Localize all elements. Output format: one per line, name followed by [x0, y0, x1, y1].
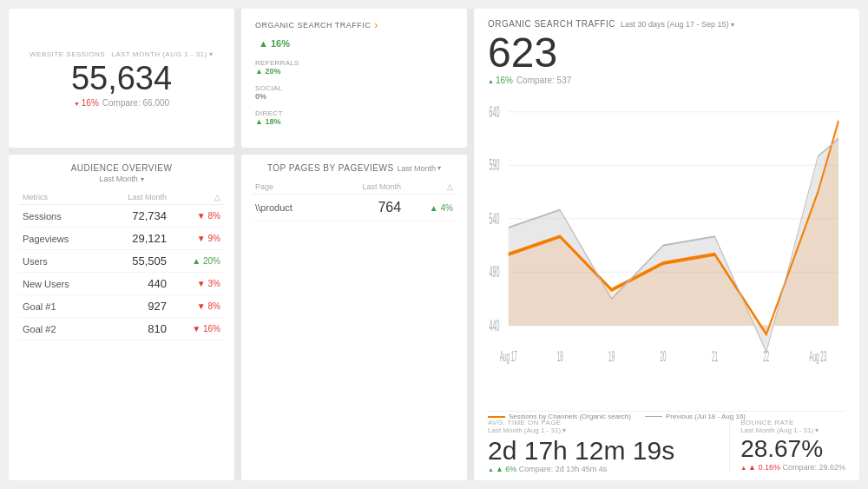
sessions-card-title: WEBSITE SESSIONS Last Month (Aug 1 - 31)… [30, 50, 214, 58]
audience-table-row: Sessions72,734▼ 8% [19, 205, 224, 228]
svg-text:440: 440 [490, 316, 500, 334]
audience-metric-name: Pageviews [19, 228, 101, 250]
sessions-title-text: WEBSITE SESSIONS [30, 50, 105, 58]
chart-date-chevron: ▾ [731, 21, 734, 29]
sessions-compare-text: Compare: 66,000 [102, 98, 169, 108]
audience-table-row: New Users440▼ 3% [19, 273, 224, 295]
svg-text:490: 490 [490, 262, 500, 281]
audience-metric-value: 810 [101, 318, 170, 340]
bounce-rate-value: 28.67% [740, 436, 845, 463]
audience-metric-value: 29,121 [101, 228, 170, 250]
sessions-big-number: 55,634 [71, 62, 172, 95]
top-pages-table: Page Last Month △ \\product764▲ 4% [252, 180, 457, 221]
organic-small-arrow[interactable]: › [374, 19, 378, 31]
chart-date-text: Last 30 days (Aug 17 - Sep 15) [621, 20, 729, 29]
legend-gray-text: Previous (Jul 18 - Aug 16) [666, 413, 746, 420]
top-pages-pct: ▲ 4% [404, 195, 457, 221]
col-delta: △ [170, 190, 224, 205]
audience-overview-card: AUDIENCE OVERVIEW Last Month ▾ Metrics L… [9, 155, 234, 480]
referrals-metric: REFERRALS ▲ 20% [255, 59, 453, 76]
avg-time-pct: ▲ 6% [488, 465, 516, 473]
top-pages-dropdown[interactable]: Last Month [398, 164, 442, 173]
svg-text:540: 540 [490, 209, 500, 228]
col-last-month: Last Month [101, 190, 170, 205]
top-pages-title-text: TOP PAGES BY PAGEVIEWS [267, 163, 394, 173]
legend-orange-text: Sessions by Channels (Organic search) [509, 413, 631, 420]
website-sessions-card: WEBSITE SESSIONS Last Month (Aug 1 - 31)… [9, 9, 234, 148]
chart-pct: 16% [488, 76, 513, 85]
audience-metric-value: 440 [101, 273, 170, 295]
chart-legend: Sessions by Channels (Organic search) Pr… [488, 413, 845, 420]
sessions-date-range[interactable]: Last Month (Aug 1 - 31) ▾ [111, 50, 214, 58]
top-pages-title: TOP PAGES BY PAGEVIEWS Last Month [252, 163, 457, 173]
chart-title: ORGANIC SEARCH TRAFFIC [488, 19, 615, 29]
chart-compare: 16% Compare: 537 [488, 76, 845, 85]
avg-time-date[interactable]: Last Month (Aug 1 - 31) ▾ [488, 426, 719, 434]
direct-label: DIRECT [255, 109, 453, 117]
audience-metric-name: Goal #1 [19, 295, 101, 318]
top-pages-table-row: \\product764▲ 4% [252, 195, 457, 221]
referrals-value: ▲ 20% [255, 67, 453, 76]
audience-metric-pct: ▲ 20% [170, 250, 224, 273]
organic-large-inner: ORGANIC SEARCH TRAFFIC Last 30 days (Aug… [488, 19, 845, 473]
audience-metric-name: Users [19, 250, 101, 273]
organic-sub-metrics: REFERRALS ▲ 20% SOCIAL 0% DIRECT ▲ 18% [255, 59, 453, 126]
avg-time-value: 2d 17h 12m 19s [488, 436, 719, 465]
avg-time-compare-text: Compare: 2d 13h 45m 4s [519, 465, 608, 473]
chart-section: ORGANIC SEARCH TRAFFIC Last 30 days (Aug… [488, 19, 845, 85]
svg-text:18: 18 [557, 348, 563, 364]
chart-header: ORGANIC SEARCH TRAFFIC Last 30 days (Aug… [488, 19, 845, 29]
svg-text:Aug 17: Aug 17 [500, 348, 517, 364]
audience-title: AUDIENCE OVERVIEW [19, 163, 224, 173]
bounce-rate-compare-text: Compare: 29.62% [782, 463, 845, 472]
audience-metric-value: 927 [101, 295, 170, 318]
sessions-compare-row: 16% Compare: 66,000 [74, 98, 169, 108]
svg-text:Aug 23: Aug 23 [809, 348, 826, 364]
col-last-month: Last Month [327, 180, 405, 195]
bounce-rate-compare-row: ▲ 0.16% Compare: 29.62% [740, 463, 845, 472]
svg-text:20: 20 [661, 348, 667, 364]
direct-value: ▲ 18% [255, 117, 453, 126]
social-metric: SOCIAL 0% [255, 84, 453, 101]
chart-compare-text: Compare: 537 [516, 76, 571, 85]
col-delta: △ [404, 180, 457, 195]
bounce-rate-date[interactable]: Last Month (Aug 1 - 31) ▾ [740, 426, 845, 434]
audience-table-row: Goal #1927▼ 8% [19, 295, 224, 318]
top-pages-card: TOP PAGES BY PAGEVIEWS Last Month Page L… [241, 155, 467, 480]
social-value: 0% [255, 92, 453, 101]
bounce-rate-section: BOUNCE RATE Last Month (Aug 1 - 31) ▾ 28… [729, 419, 845, 473]
avg-time-section: AVG. TIME ON PAGE Last Month (Aug 1 - 31… [488, 419, 729, 473]
legend-orange-line [488, 416, 505, 418]
audience-subtitle: Last Month ▾ [19, 175, 224, 183]
organic-small-title-text: ORGANIC SEARCH TRAFFIC [255, 21, 371, 30]
audience-metric-pct: ▼ 3% [170, 273, 224, 295]
social-label: SOCIAL [255, 84, 453, 92]
chart-date-range[interactable]: Last 30 days (Aug 17 - Sep 15) ▾ [621, 20, 734, 29]
chart-wrapper: 640 590 540 490 440 [488, 85, 845, 406]
audience-metric-name: Sessions [19, 205, 101, 228]
svg-text:640: 640 [490, 102, 500, 121]
direct-metric: DIRECT ▲ 18% [255, 109, 453, 126]
organic-large-card: ORGANIC SEARCH TRAFFIC Last 30 days (Aug… [474, 9, 859, 480]
audience-metric-value: 72,734 [101, 205, 170, 228]
audience-table-row: Goal #2810▼ 16% [19, 318, 224, 340]
audience-chevron[interactable]: ▾ [141, 175, 144, 183]
audience-subtitle-text: Last Month [99, 175, 138, 183]
audience-metric-name: New Users [19, 273, 101, 295]
audience-metric-pct: ▼ 8% [170, 205, 224, 228]
audience-metric-pct: ▼ 9% [170, 228, 224, 250]
bounce-rate-pct: ▲ 0.16% [740, 463, 780, 472]
svg-text:21: 21 [712, 348, 718, 364]
top-pages-page: \\product [252, 195, 327, 221]
top-pages-value: 764 [327, 195, 405, 221]
audience-table-row: Users55,505▲ 20% [19, 250, 224, 273]
svg-text:22: 22 [763, 348, 769, 364]
audience-table-row: Pageviews29,121▼ 9% [19, 228, 224, 250]
chart-big-number: 623 [488, 32, 845, 74]
legend-gray: Previous (Jul 18 - Aug 16) [645, 413, 746, 420]
svg-text:590: 590 [490, 155, 500, 174]
legend-gray-line [645, 416, 662, 417]
audience-metric-value: 55,505 [101, 250, 170, 273]
organic-small-card: ORGANIC SEARCH TRAFFIC › ▲ 16% REFERRALS… [241, 9, 467, 148]
legend-orange: Sessions by Channels (Organic search) [488, 413, 631, 420]
